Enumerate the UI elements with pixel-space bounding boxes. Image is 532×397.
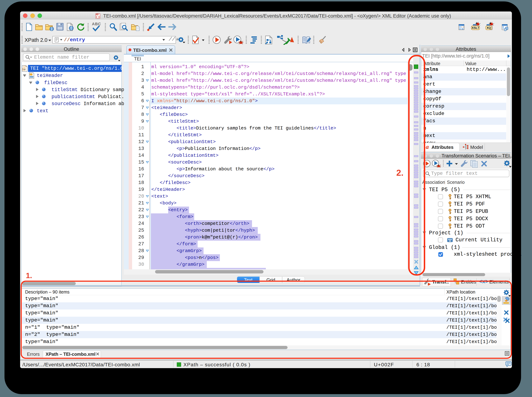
svg-text:TEI: TEI xyxy=(23,69,25,70)
svg-text:XQ: XQ xyxy=(487,26,491,30)
svg-text:XML: XML xyxy=(96,14,99,15)
svg-text:XSLT: XSLT xyxy=(472,26,479,30)
